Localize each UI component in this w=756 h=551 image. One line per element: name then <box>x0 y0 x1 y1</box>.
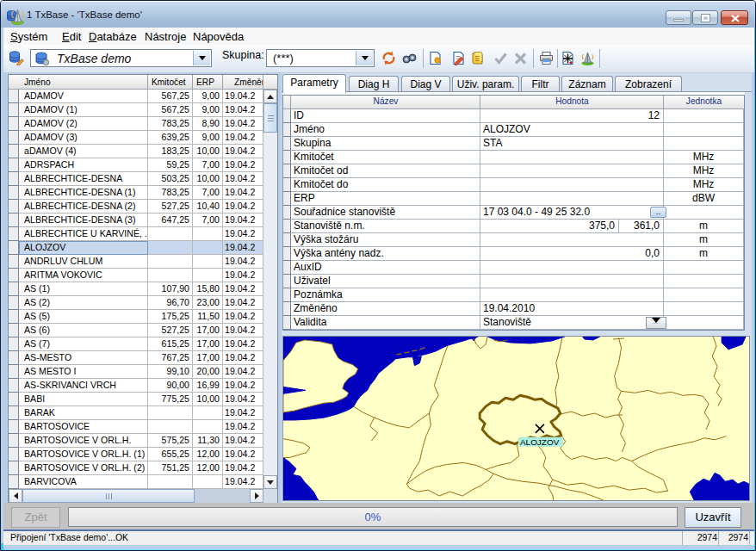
svg-text:ALOJZOV: ALOJZOV <box>520 437 560 447</box>
